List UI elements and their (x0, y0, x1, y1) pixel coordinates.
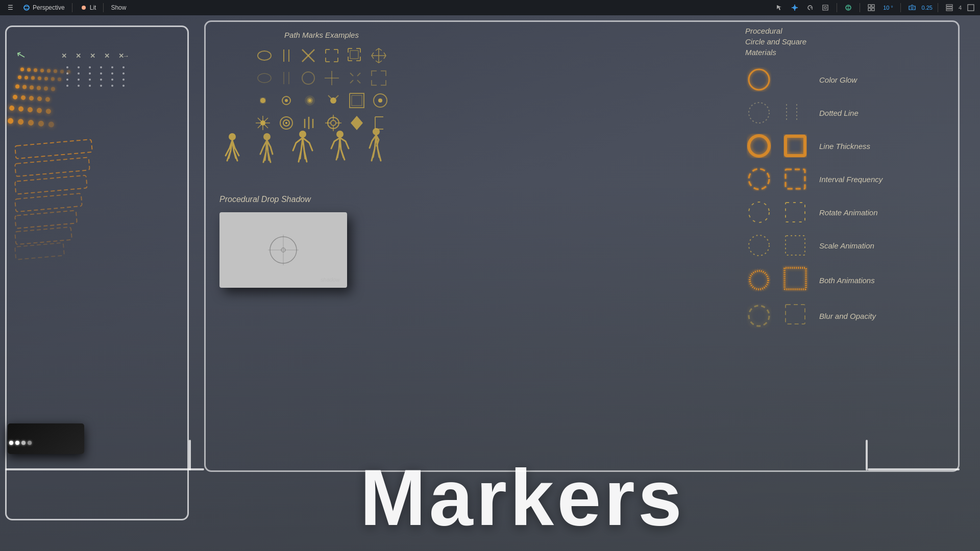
svg-point-0 (24, 5, 29, 10)
opacity-value: 0.25 (921, 5, 932, 11)
svg-point-81 (749, 169, 769, 189)
marks-row-1 (219, 46, 424, 65)
layers-button[interactable] (943, 3, 955, 12)
proc-row-both: Both Animations (745, 265, 965, 295)
proc-square-blur (781, 300, 812, 331)
platform-dots (9, 441, 32, 445)
proc-square-interval (781, 165, 812, 193)
menu-button[interactable]: ☰ (3, 3, 17, 13)
perspective-button[interactable]: Perspective (19, 3, 68, 13)
svg-rect-89 (785, 268, 806, 289)
proc-circle-blur (745, 300, 778, 331)
marks-row-3 (219, 91, 424, 110)
toolbar-right: 10 ° 0.25 4 (773, 3, 977, 12)
svg-rect-19 (15, 157, 90, 177)
svg-point-73 (749, 69, 769, 90)
world-icon[interactable] (842, 3, 854, 12)
svg-rect-91 (786, 305, 805, 324)
markers-text: Markers (360, 453, 685, 543)
grid-toggle[interactable] (865, 3, 877, 12)
svg-point-25 (258, 51, 271, 60)
x-mark-6: → (122, 52, 129, 60)
mark-vlines-dim (279, 69, 294, 87)
proc-label-interval: Interval Frequency (819, 175, 883, 184)
shadow-card: shadow (219, 212, 347, 288)
svg-point-2 (82, 6, 86, 10)
svg-point-45 (308, 99, 311, 102)
svg-rect-80 (786, 136, 805, 156)
proc-row-rotate: Rotate Animation (745, 198, 965, 227)
maximize-button[interactable] (965, 3, 977, 12)
lit-icon (80, 4, 88, 12)
lit-button[interactable]: Lit (77, 3, 100, 13)
proc-label-both: Both Animations (819, 276, 875, 285)
svg-point-1 (24, 7, 29, 9)
snap-number: 10 (883, 5, 889, 11)
svg-point-51 (260, 120, 265, 126)
proc-label-color-glow: Color Glow (819, 76, 857, 84)
svg-rect-84 (786, 203, 805, 222)
sep4 (860, 3, 860, 12)
svg-point-88 (748, 269, 770, 291)
proc-square-color-glow (781, 66, 812, 94)
drop-shadow-section: Procedural Drop Shadow shadow (219, 194, 347, 288)
orange-dashes-left (10, 138, 112, 293)
white-dot-grid (66, 66, 130, 87)
floor-hbar-right (868, 468, 960, 470)
svg-line-36 (350, 73, 353, 76)
path-marks-section: Path Marks Examples (219, 31, 424, 132)
select-tool[interactable] (773, 3, 786, 12)
procedural-section: ProceduralCircle and SquareMaterials Col… (745, 26, 965, 336)
x-mark-2: ✕ (76, 52, 81, 60)
proc-label-dotted: Dotted Line (819, 109, 859, 117)
svg-line-39 (357, 80, 360, 83)
proc-label-rotate: Rotate Animation (819, 208, 878, 217)
mark-dot-glow (254, 91, 272, 110)
mark-plus (323, 69, 341, 87)
proc-circle-interval (745, 165, 778, 193)
floor-vbar-left (189, 440, 191, 470)
marks-row-2 (219, 69, 424, 87)
sep5 (900, 3, 901, 12)
svg-point-66 (299, 131, 306, 138)
proc-circle-both (745, 265, 778, 295)
x-mark-4: ✕ (104, 52, 110, 60)
proc-square-dotted (781, 99, 812, 127)
degree-sym: ° (891, 5, 893, 11)
snap-value[interactable]: 10 ° (880, 4, 895, 12)
figure-3 (289, 130, 317, 179)
path-marks-title: Path Marks Examples (219, 31, 424, 39)
procedural-title: ProceduralCircle and SquareMaterials (745, 26, 965, 58)
svg-rect-16 (946, 9, 952, 11)
scale-tool[interactable] (819, 3, 831, 12)
proc-square-scale (781, 232, 812, 260)
proc-label-thickness: Line Thickness (819, 142, 870, 151)
mark-bracket2 (346, 46, 364, 65)
show-button[interactable]: Show (108, 3, 129, 12)
figure-2 (254, 133, 280, 179)
svg-point-90 (749, 306, 769, 326)
svg-rect-82 (786, 169, 805, 189)
x-mark-3: ✕ (90, 52, 95, 60)
toolbar: ☰ Perspective Lit Show (0, 0, 980, 15)
transform-tool[interactable] (789, 3, 801, 12)
svg-rect-86 (786, 236, 805, 255)
lit-label: Lit (90, 4, 96, 11)
separator (72, 3, 72, 12)
mark-circled-dot (371, 91, 389, 110)
proc-row-scale: Scale Animation (745, 232, 965, 260)
separator2 (103, 3, 104, 12)
svg-rect-24 (15, 243, 64, 260)
rotate-tool[interactable] (804, 3, 816, 12)
camera-icon[interactable] (906, 3, 918, 12)
proc-square-both (781, 265, 812, 295)
proc-circle-color-glow (745, 66, 778, 94)
mark-cross-arrows (370, 46, 388, 65)
black-platform (8, 423, 84, 454)
mark-x (299, 46, 317, 65)
svg-rect-9 (868, 5, 871, 7)
svg-point-65 (263, 133, 271, 140)
mark-circle (299, 69, 317, 87)
svg-point-67 (336, 131, 344, 138)
svg-point-50 (378, 98, 382, 103)
